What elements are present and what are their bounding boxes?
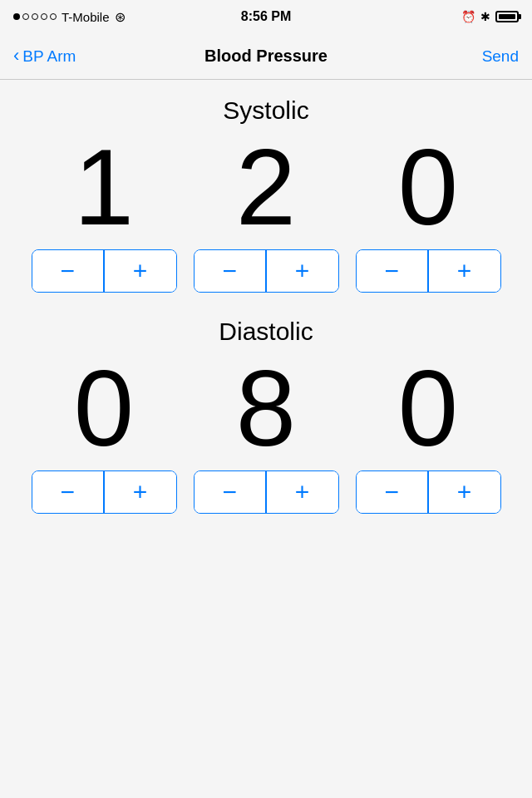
systolic-stepper-2: − +: [194, 249, 339, 293]
back-arrow-icon: ‹: [13, 47, 19, 65]
diastolic-stepper-1: − +: [32, 470, 177, 514]
back-button[interactable]: ‹ BP Arm: [13, 47, 76, 66]
signal-dot-3: [32, 13, 38, 20]
systolic-label: Systolic: [223, 96, 308, 125]
diastolic-plus-1[interactable]: +: [105, 471, 176, 513]
diastolic-controls-row: − + − + − +: [32, 470, 501, 514]
diastolic-stepper-2: − +: [194, 470, 339, 514]
systolic-stepper-1: − +: [32, 249, 177, 293]
signal-dot-5: [50, 13, 57, 20]
diastolic-digit-2: 8: [194, 354, 339, 462]
signal-dot-1: [13, 13, 20, 20]
status-bar: T-Mobile ⊛ 8:56 PM ⏰ ✱: [0, 0, 532, 33]
systolic-minus-3[interactable]: −: [357, 250, 428, 292]
systolic-digit-2: 2: [194, 133, 339, 241]
send-button[interactable]: Send: [482, 47, 519, 66]
signal-dots: [13, 13, 57, 20]
main-content: Systolic 1 2 0 − + − + − + Diastolic 0 8…: [0, 80, 532, 555]
bluetooth-icon: ✱: [480, 10, 490, 23]
signal-dot-4: [41, 13, 47, 20]
carrier-label: T-Mobile: [62, 10, 110, 24]
signal-dot-2: [22, 13, 29, 20]
diastolic-plus-2[interactable]: +: [267, 471, 338, 513]
systolic-controls-row: − + − + − +: [32, 249, 501, 293]
systolic-plus-3[interactable]: +: [429, 250, 500, 292]
status-right: ⏰ ✱: [461, 10, 519, 23]
diastolic-plus-3[interactable]: +: [429, 471, 500, 513]
systolic-plus-2[interactable]: +: [267, 250, 338, 292]
systolic-plus-1[interactable]: +: [105, 250, 176, 292]
battery-icon: [495, 11, 519, 22]
diastolic-digit-3: 0: [356, 354, 501, 462]
systolic-digit-1: 1: [32, 133, 177, 241]
systolic-digits-row: 1 2 0: [32, 133, 501, 241]
back-label: BP Arm: [22, 47, 76, 66]
nav-bar: ‹ BP Arm Blood Pressure Send: [0, 33, 532, 80]
systolic-minus-1[interactable]: −: [32, 250, 104, 292]
systolic-minus-2[interactable]: −: [195, 250, 266, 292]
status-left: T-Mobile ⊛: [13, 9, 126, 25]
page-title: Blood Pressure: [204, 47, 328, 66]
diastolic-minus-1[interactable]: −: [32, 471, 104, 513]
status-time: 8:56 PM: [241, 9, 291, 24]
alarm-icon: ⏰: [461, 10, 475, 23]
wifi-icon: ⊛: [115, 9, 126, 25]
systolic-stepper-3: − +: [356, 249, 501, 293]
diastolic-digits-row: 0 8 0: [32, 354, 501, 462]
battery-fill: [499, 14, 515, 19]
diastolic-stepper-3: − +: [356, 470, 501, 514]
systolic-digit-3: 0: [356, 133, 501, 241]
diastolic-label: Diastolic: [219, 318, 313, 346]
diastolic-minus-3[interactable]: −: [357, 471, 428, 513]
diastolic-digit-1: 0: [32, 354, 177, 462]
diastolic-minus-2[interactable]: −: [195, 471, 266, 513]
